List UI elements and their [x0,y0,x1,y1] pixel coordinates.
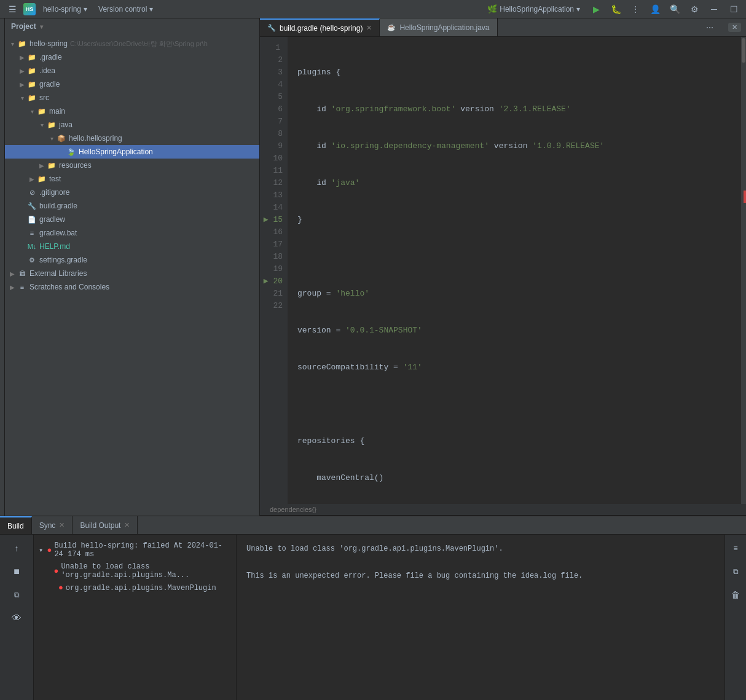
bottom-tab-sync[interactable]: Sync ✕ [32,516,73,534]
profile-button[interactable]: 👤 [648,2,662,17]
build-item-failed[interactable]: ▾ ● Build hello-spring: failed At 2024-0… [34,540,236,560]
build-item-expand: ▾ [39,546,47,555]
tree-label-idea: .idea [39,66,55,75]
tree-label-gradlew-bat: gradlew.bat [39,229,77,237]
tab-bar: 🔧 build.gradle (hello-spring) ✕ ☕ HelloS… [260,18,746,37]
tree-label-help-md: HELP.md [39,242,70,251]
tree-arrow-gradle[interactable]: ▶ [17,79,27,89]
bottom-tab-output[interactable]: Build Output ✕ [73,516,138,534]
code-content[interactable]: plugins { id 'org.springframework.boot' … [288,37,741,504]
tree-arrow-src[interactable]: ▾ [17,93,27,103]
build-item-maven[interactable]: ● org.gradle.api.plugins.MavenPlugin [34,581,236,594]
edit-starters-close[interactable]: ✕ [728,23,741,32]
tree-item-main[interactable]: ▾ 📁 main [5,104,259,118]
maximize-button[interactable]: ☐ [726,2,741,17]
editor-scroll-thumb[interactable] [742,38,745,63]
hamburger-menu[interactable]: ☰ [5,2,20,17]
tree-arrow-external-libs[interactable]: ▶ [7,269,17,278]
tree-item-gradle[interactable]: ▶ 📁 gradle [5,77,259,91]
tree-item-src[interactable]: ▾ 📁 src [5,91,259,104]
bottom-panel: Build Sync ✕ Build Output ✕ ↑ ■ ⧉ 👁 ▾ ● … [0,516,746,700]
tree-path-hello-spring: C:\Users\user\OneDrive\바탕 화면\Spring pr\h [70,39,208,49]
build-item-unable[interactable]: ● Unable to load class 'org.gradle.api.p… [34,560,236,581]
tree-item-hello-spring[interactable]: ▾ 📁 hello-spring C:\Users\user\OneDrive\… [5,37,259,50]
bottom-tab-sync-label: Sync [39,521,56,530]
tab-build-gradle-icon: 🔧 [267,24,276,32]
minimize-button[interactable]: ─ [707,2,721,17]
folder-icon-idea: 📁 [27,66,37,76]
tree-item-gradlew[interactable]: 📄 gradlew [5,213,259,226]
bottom-tab-output-close[interactable]: ✕ [124,521,130,529]
run-config-dropdown[interactable]: 🌿 HelloSpringApplication ▾ [484,3,584,15]
settings-button[interactable]: ⚙ [687,2,702,17]
tree-item-external-libs[interactable]: ▶ 🏛 External Libraries [5,267,259,280]
output-action-filter[interactable]: ⧉ [726,562,745,581]
search-button[interactable]: 🔍 [667,2,682,17]
build-sidebar: ↑ ■ ⧉ 👁 [0,535,34,700]
tree-item-resources[interactable]: ▶ 📁 resources [5,159,259,172]
folder-icon-hello-spring: 📁 [17,39,27,49]
tree-item-gradle-hidden[interactable]: ▶ 📁 .gradle [5,50,259,64]
tab-more-button[interactable]: ⋯ [701,19,718,36]
left-tool-strip [0,18,5,516]
tree-arrow-main[interactable]: ▾ [27,106,37,116]
bottom-tab-sync-close[interactable]: ✕ [59,521,65,529]
build-sidebar-filter[interactable]: ⧉ [7,585,26,605]
sidebar-tree[interactable]: ▾ 📁 hello-spring C:\Users\user\OneDrive\… [5,34,259,516]
build-sidebar-watch[interactable]: 👁 [7,608,26,628]
tab-build-gradle[interactable]: 🔧 build.gradle (hello-spring) ✕ [260,18,380,36]
version-control-btn[interactable]: Version control ▾ [95,4,157,15]
code-line-1: plugins { [297,66,731,79]
output-action-wrap[interactable]: ≡ [726,538,745,558]
code-editor[interactable]: 1 2 3 4 5 6 7 8 9 10 11 12 13 14 ▶ 15 16… [260,37,746,504]
editor-scrollbar[interactable] [741,37,746,504]
run-config-name: HelloSpringApplication [500,5,574,14]
build-output-line-1: Unable to load class 'org.gradle.api.plu… [246,542,715,556]
tree-label-build-gradle: build.gradle [39,202,77,210]
tree-arrow-help-md [17,242,27,251]
code-line-11: repositories { [297,435,731,447]
build-sidebar-stop[interactable]: ■ [7,562,26,581]
build-sidebar-restart[interactable]: ↑ [7,538,26,558]
tree-label-spring-app: HelloSpringApplication [79,147,153,156]
tree-arrow-idea[interactable]: ▶ [17,66,27,76]
tree-arrow-java[interactable]: ▾ [37,120,47,130]
tree-item-gradlew-bat[interactable]: ≡ gradlew.bat [5,226,259,240]
code-line-3: id 'io.spring.dependency-management' ver… [297,140,731,152]
tree-arrow-resources[interactable]: ▶ [37,160,47,170]
tab-spring-app[interactable]: ☕ HelloSpringApplication.java [380,18,497,36]
tree-arrow-hello-spring[interactable]: ▾ [7,39,17,49]
tree-arrow-scratches[interactable]: ▶ [7,282,17,292]
code-line-7: group = 'hello' [297,288,731,300]
output-action-delete[interactable]: 🗑 [726,585,745,605]
tree-arrow-gradle-hidden[interactable]: ▶ [17,52,27,62]
folder-icon-gradle: 📁 [27,79,37,89]
debug-button[interactable]: 🐛 [608,2,623,17]
tree-arrow-package[interactable]: ▾ [47,133,57,143]
version-control-arrow: ▾ [149,5,153,14]
tree-arrow-settings-gradle [17,255,27,265]
version-control-label: Version control [98,5,147,14]
tree-label-gradle-hidden: .gradle [39,53,62,61]
tree-item-java[interactable]: ▾ 📁 java [5,118,259,132]
build-item-failed-label: Build hello-spring: failed At 2024-01-24… [54,541,231,559]
tree-item-settings-gradle[interactable]: ⚙ settings.gradle [5,253,259,267]
run-button[interactable]: ▶ [589,2,603,17]
tree-item-scratches[interactable]: ▶ ≡ Scratches and Consoles [5,280,259,294]
tree-item-gitignore[interactable]: ⊘ .gitignore [5,186,259,199]
tree-item-spring-app[interactable]: 🍃 HelloSpringApplication [5,145,259,159]
project-dropdown[interactable]: hello-spring ▾ [39,4,91,15]
tab-build-gradle-close[interactable]: ✕ [366,24,372,32]
build-output-line-3: This is an unexpected error. Please file… [246,569,715,583]
tree-item-idea[interactable]: ▶ 📁 .idea [5,64,259,77]
tree-item-help-md[interactable]: M↓ HELP.md [5,240,259,253]
tree-item-build-gradle[interactable]: 🔧 build.gradle [5,199,259,213]
tree-item-test[interactable]: ▶ 📁 test [5,172,259,186]
sidebar-header-arrow[interactable]: ▾ [40,23,43,30]
tree-item-package[interactable]: ▾ 📦 hello.hellospring [5,132,259,145]
bottom-tab-build[interactable]: Build [0,516,32,534]
tree-label-gradlew: gradlew [39,215,65,224]
tree-arrow-spring-app [57,147,66,157]
more-run-options[interactable]: ⋮ [628,2,643,17]
tree-arrow-test[interactable]: ▶ [27,174,37,184]
